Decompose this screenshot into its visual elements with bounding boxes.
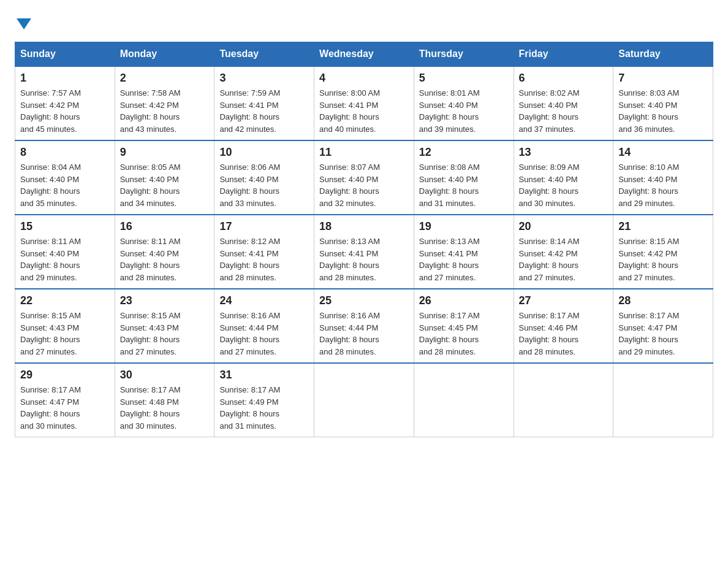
day-number: 18 — [319, 220, 409, 233]
day-number: 12 — [419, 146, 509, 159]
day-number: 29 — [20, 369, 110, 381]
calendar-cell: 3 Sunrise: 7:59 AM Sunset: 4:41 PM Dayli… — [214, 66, 314, 140]
calendar-cell: 10 Sunrise: 8:06 AM Sunset: 4:40 PM Dayl… — [214, 140, 314, 215]
calendar-cell: 15 Sunrise: 8:11 AM Sunset: 4:40 PM Dayl… — [15, 215, 115, 289]
day-number: 21 — [618, 220, 708, 233]
day-number: 7 — [618, 72, 708, 85]
calendar-cell: 27 Sunrise: 8:17 AM Sunset: 4:46 PM Dayl… — [514, 289, 613, 363]
day-info: Sunrise: 8:17 AM Sunset: 4:49 PM Dayligh… — [219, 384, 309, 432]
calendar-cell: 5 Sunrise: 8:01 AM Sunset: 4:40 PM Dayli… — [414, 66, 514, 140]
day-info: Sunrise: 7:59 AM Sunset: 4:41 PM Dayligh… — [219, 87, 309, 135]
calendar-cell: 4 Sunrise: 8:00 AM Sunset: 4:41 PM Dayli… — [314, 66, 414, 140]
calendar-cell: 9 Sunrise: 8:05 AM Sunset: 4:40 PM Dayli… — [115, 140, 214, 215]
day-number: 6 — [519, 72, 609, 85]
calendar-cell: 6 Sunrise: 8:02 AM Sunset: 4:40 PM Dayli… — [514, 66, 613, 140]
day-number: 15 — [20, 220, 110, 233]
day-number: 14 — [618, 146, 708, 159]
header-row: SundayMondayTuesdayWednesdayThursdayFrid… — [15, 42, 713, 67]
day-info: Sunrise: 8:17 AM Sunset: 4:48 PM Dayligh… — [120, 384, 210, 432]
day-info: Sunrise: 7:58 AM Sunset: 4:42 PM Dayligh… — [120, 87, 210, 135]
calendar-cell: 8 Sunrise: 8:04 AM Sunset: 4:40 PM Dayli… — [15, 140, 115, 215]
calendar-cell: 11 Sunrise: 8:07 AM Sunset: 4:40 PM Dayl… — [314, 140, 414, 215]
day-number: 19 — [419, 220, 509, 233]
day-number: 17 — [219, 220, 309, 233]
day-info: Sunrise: 8:07 AM Sunset: 4:40 PM Dayligh… — [319, 161, 409, 209]
calendar-cell: 25 Sunrise: 8:16 AM Sunset: 4:44 PM Dayl… — [314, 289, 414, 363]
calendar-cell: 30 Sunrise: 8:17 AM Sunset: 4:48 PM Dayl… — [115, 363, 214, 437]
day-number: 20 — [519, 220, 609, 233]
calendar-cell: 13 Sunrise: 8:09 AM Sunset: 4:40 PM Dayl… — [514, 140, 613, 215]
column-header-monday: Monday — [115, 42, 214, 67]
calendar-cell: 2 Sunrise: 7:58 AM Sunset: 4:42 PM Dayli… — [115, 66, 214, 140]
calendar-cell — [314, 363, 414, 437]
day-number: 10 — [219, 146, 309, 159]
day-number: 11 — [319, 146, 409, 159]
day-number: 5 — [419, 72, 509, 85]
calendar-cell: 28 Sunrise: 8:17 AM Sunset: 4:47 PM Dayl… — [613, 289, 713, 363]
calendar-cell — [414, 363, 514, 437]
day-info: Sunrise: 8:15 AM Sunset: 4:42 PM Dayligh… — [618, 236, 708, 283]
day-info: Sunrise: 8:12 AM Sunset: 4:41 PM Dayligh… — [219, 236, 309, 283]
day-number: 25 — [319, 294, 409, 307]
logo-arrow-icon — [17, 18, 31, 29]
calendar-cell: 26 Sunrise: 8:17 AM Sunset: 4:45 PM Dayl… — [414, 289, 514, 363]
column-header-sunday: Sunday — [15, 42, 115, 67]
day-number: 2 — [120, 72, 210, 85]
calendar-cell: 1 Sunrise: 7:57 AM Sunset: 4:42 PM Dayli… — [15, 66, 115, 140]
day-info: Sunrise: 8:02 AM Sunset: 4:40 PM Dayligh… — [519, 87, 609, 135]
day-number: 9 — [120, 146, 210, 159]
calendar-cell: 19 Sunrise: 8:13 AM Sunset: 4:41 PM Dayl… — [414, 215, 514, 289]
week-row-2: 8 Sunrise: 8:04 AM Sunset: 4:40 PM Dayli… — [15, 140, 713, 215]
day-info: Sunrise: 8:17 AM Sunset: 4:47 PM Dayligh… — [618, 310, 708, 358]
day-info: Sunrise: 8:00 AM Sunset: 4:41 PM Dayligh… — [319, 87, 409, 135]
day-number: 28 — [618, 294, 708, 307]
day-info: Sunrise: 8:10 AM Sunset: 4:40 PM Dayligh… — [618, 161, 708, 209]
week-row-1: 1 Sunrise: 7:57 AM Sunset: 4:42 PM Dayli… — [15, 66, 713, 140]
day-number: 1 — [20, 72, 110, 85]
column-header-friday: Friday — [514, 42, 613, 67]
day-info: Sunrise: 8:04 AM Sunset: 4:40 PM Dayligh… — [20, 161, 110, 209]
day-number: 8 — [20, 146, 110, 159]
day-number: 22 — [20, 294, 110, 307]
calendar-cell — [613, 363, 713, 437]
calendar-cell: 21 Sunrise: 8:15 AM Sunset: 4:42 PM Dayl… — [613, 215, 713, 289]
calendar-cell: 18 Sunrise: 8:13 AM Sunset: 4:41 PM Dayl… — [314, 215, 414, 289]
day-info: Sunrise: 8:15 AM Sunset: 4:43 PM Dayligh… — [20, 310, 110, 358]
page-header — [15, 15, 713, 29]
calendar-cell: 12 Sunrise: 8:08 AM Sunset: 4:40 PM Dayl… — [414, 140, 514, 215]
day-info: Sunrise: 8:06 AM Sunset: 4:40 PM Dayligh… — [219, 161, 309, 209]
day-info: Sunrise: 8:17 AM Sunset: 4:47 PM Dayligh… — [20, 384, 110, 432]
day-info: Sunrise: 8:17 AM Sunset: 4:46 PM Dayligh… — [519, 310, 609, 358]
day-info: Sunrise: 8:16 AM Sunset: 4:44 PM Dayligh… — [219, 310, 309, 358]
calendar-cell: 24 Sunrise: 8:16 AM Sunset: 4:44 PM Dayl… — [214, 289, 314, 363]
calendar-cell: 16 Sunrise: 8:11 AM Sunset: 4:40 PM Dayl… — [115, 215, 214, 289]
day-info: Sunrise: 8:11 AM Sunset: 4:40 PM Dayligh… — [120, 236, 210, 283]
day-number: 13 — [519, 146, 609, 159]
day-info: Sunrise: 8:14 AM Sunset: 4:42 PM Dayligh… — [519, 236, 609, 283]
day-number: 3 — [219, 72, 309, 85]
day-info: Sunrise: 8:03 AM Sunset: 4:40 PM Dayligh… — [618, 87, 708, 135]
calendar-table: SundayMondayTuesdayWednesdayThursdayFrid… — [15, 42, 713, 437]
day-number: 23 — [120, 294, 210, 307]
calendar-cell: 7 Sunrise: 8:03 AM Sunset: 4:40 PM Dayli… — [613, 66, 713, 140]
day-info: Sunrise: 8:15 AM Sunset: 4:43 PM Dayligh… — [120, 310, 210, 358]
calendar-cell: 29 Sunrise: 8:17 AM Sunset: 4:47 PM Dayl… — [15, 363, 115, 437]
day-info: Sunrise: 8:13 AM Sunset: 4:41 PM Dayligh… — [319, 236, 409, 283]
logo — [15, 15, 31, 29]
column-header-thursday: Thursday — [414, 42, 514, 67]
day-number: 24 — [219, 294, 309, 307]
day-number: 16 — [120, 220, 210, 233]
day-number: 27 — [519, 294, 609, 307]
calendar-cell — [514, 363, 613, 437]
calendar-cell: 14 Sunrise: 8:10 AM Sunset: 4:40 PM Dayl… — [613, 140, 713, 215]
day-info: Sunrise: 8:09 AM Sunset: 4:40 PM Dayligh… — [519, 161, 609, 209]
calendar-cell: 17 Sunrise: 8:12 AM Sunset: 4:41 PM Dayl… — [214, 215, 314, 289]
calendar-cell: 20 Sunrise: 8:14 AM Sunset: 4:42 PM Dayl… — [514, 215, 613, 289]
day-number: 30 — [120, 369, 210, 381]
day-info: Sunrise: 8:08 AM Sunset: 4:40 PM Dayligh… — [419, 161, 509, 209]
column-header-saturday: Saturday — [613, 42, 713, 67]
calendar-cell: 31 Sunrise: 8:17 AM Sunset: 4:49 PM Dayl… — [214, 363, 314, 437]
day-info: Sunrise: 8:13 AM Sunset: 4:41 PM Dayligh… — [419, 236, 509, 283]
day-number: 26 — [419, 294, 509, 307]
column-header-wednesday: Wednesday — [314, 42, 414, 67]
